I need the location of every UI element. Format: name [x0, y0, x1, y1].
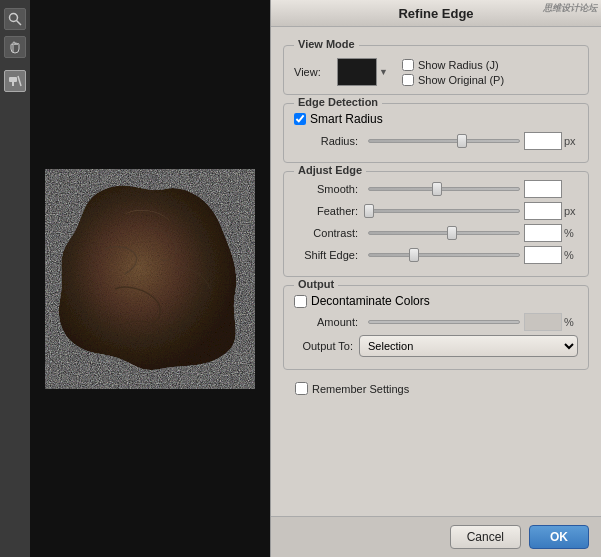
decontaminate-row: Decontaminate Colors	[294, 294, 578, 308]
dialog-content: View Mode View: ▼ Show Radius (J)	[271, 27, 601, 516]
contrast-row: Contrast: 65 %	[294, 224, 578, 242]
amount-row: Amount: %	[294, 313, 578, 331]
radius-slider-track[interactable]	[368, 139, 520, 143]
rock-image	[45, 169, 255, 389]
adjust-edge-section: Adjust Edge Smooth: 24 Feather:	[283, 171, 589, 277]
refine-edge-dialog: Refine Edge 思维设计论坛 View Mode View: ▼ Sho…	[270, 0, 601, 557]
smooth-input[interactable]: 24	[524, 180, 562, 198]
feather-label: Feather:	[294, 205, 364, 217]
radius-label: Radius:	[294, 135, 364, 147]
view-dropdown-arrow: ▼	[379, 67, 388, 77]
output-to-row: Output To: Selection Layer Mask New Laye…	[294, 335, 578, 357]
view-mode-row: View: ▼ Show Radius (J) Show Original (P…	[294, 58, 578, 86]
shift-edge-input[interactable]: -53	[524, 246, 562, 264]
adjust-edge-label: Adjust Edge	[294, 164, 366, 176]
radius-input[interactable]: 19.2	[524, 132, 562, 150]
smart-radius-row: Smart Radius	[294, 112, 578, 126]
shift-edge-slider-track[interactable]	[368, 253, 520, 257]
edge-detection-label: Edge Detection	[294, 96, 382, 108]
feather-slider-thumb[interactable]	[364, 204, 374, 218]
view-checkboxes: Show Radius (J) Show Original (P)	[402, 59, 504, 86]
smooth-slider-track[interactable]	[368, 187, 520, 191]
contrast-label: Contrast:	[294, 227, 364, 239]
view-dropdown[interactable]: ▼	[337, 58, 388, 86]
brush-tool-button[interactable]	[4, 70, 26, 92]
radius-slider-thumb[interactable]	[457, 134, 467, 148]
zoom-tool-button[interactable]	[4, 8, 26, 30]
show-radius-row: Show Radius (J)	[402, 59, 504, 71]
remember-settings-row: Remember Settings	[283, 378, 589, 399]
smart-radius-checkbox[interactable]	[294, 113, 306, 125]
radius-slider-container	[364, 133, 524, 149]
contrast-input[interactable]: 65	[524, 224, 562, 242]
shift-edge-label: Shift Edge:	[294, 249, 364, 261]
feather-input[interactable]: 0.0	[524, 202, 562, 220]
ok-button[interactable]: OK	[529, 525, 589, 549]
svg-point-0	[10, 14, 18, 22]
view-mode-section: View Mode View: ▼ Show Radius (J)	[283, 45, 589, 95]
smart-radius-label: Smart Radius	[310, 112, 383, 126]
smooth-unit	[562, 183, 578, 195]
radius-unit: px	[562, 135, 578, 147]
hand-tool-button[interactable]	[4, 36, 26, 58]
show-radius-checkbox[interactable]	[402, 59, 414, 71]
view-mode-label: View Mode	[294, 38, 359, 50]
show-radius-label: Show Radius (J)	[418, 59, 499, 71]
feather-row: Feather: 0.0 px	[294, 202, 578, 220]
radius-row: Radius: 19.2 px	[294, 132, 578, 150]
contrast-slider-container	[364, 225, 524, 241]
show-original-checkbox[interactable]	[402, 74, 414, 86]
watermark: 思维设计论坛	[543, 2, 597, 15]
cancel-button[interactable]: Cancel	[450, 525, 521, 549]
decontaminate-checkbox[interactable]	[294, 295, 307, 308]
feather-slider-container	[364, 203, 524, 219]
decontaminate-label: Decontaminate Colors	[311, 294, 430, 308]
feather-unit: px	[562, 205, 578, 217]
shift-edge-row: Shift Edge: -53 %	[294, 246, 578, 264]
dialog-titlebar: Refine Edge 思维设计论坛	[271, 0, 601, 27]
remember-settings-label: Remember Settings	[312, 383, 409, 395]
smooth-row: Smooth: 24	[294, 180, 578, 198]
edge-detection-section: Edge Detection Smart Radius Radius: 19.2…	[283, 103, 589, 163]
show-original-label: Show Original (P)	[418, 74, 504, 86]
svg-line-4	[18, 76, 21, 86]
svg-line-1	[17, 21, 22, 26]
show-original-row: Show Original (P)	[402, 74, 504, 86]
dialog-footer: Cancel OK	[271, 516, 601, 557]
contrast-unit: %	[562, 227, 578, 239]
view-label: View:	[294, 66, 329, 78]
smooth-slider-thumb[interactable]	[432, 182, 442, 196]
feather-slider-track[interactable]	[368, 209, 520, 213]
contrast-slider-thumb[interactable]	[447, 226, 457, 240]
shift-edge-unit: %	[562, 249, 578, 261]
view-thumbnail[interactable]	[337, 58, 377, 86]
amount-slider-container	[364, 314, 524, 330]
smooth-slider-container	[364, 181, 524, 197]
amount-unit: %	[562, 316, 578, 328]
output-label: Output	[294, 278, 338, 290]
amount-input	[524, 313, 562, 331]
dialog-title: Refine Edge	[398, 6, 473, 21]
shift-edge-slider-thumb[interactable]	[409, 248, 419, 262]
amount-label: Amount:	[294, 316, 364, 328]
output-to-select[interactable]: Selection Layer Mask New Layer New Layer…	[359, 335, 578, 357]
svg-rect-2	[9, 77, 17, 82]
tools-panel	[0, 0, 30, 557]
contrast-slider-track[interactable]	[368, 231, 520, 235]
amount-slider-track	[368, 320, 520, 324]
svg-rect-3	[12, 82, 14, 86]
output-to-label: Output To:	[294, 340, 359, 352]
smooth-label: Smooth:	[294, 183, 364, 195]
shift-edge-slider-container	[364, 247, 524, 263]
output-section: Output Decontaminate Colors Amount: % Ou…	[283, 285, 589, 370]
remember-settings-checkbox[interactable]	[295, 382, 308, 395]
